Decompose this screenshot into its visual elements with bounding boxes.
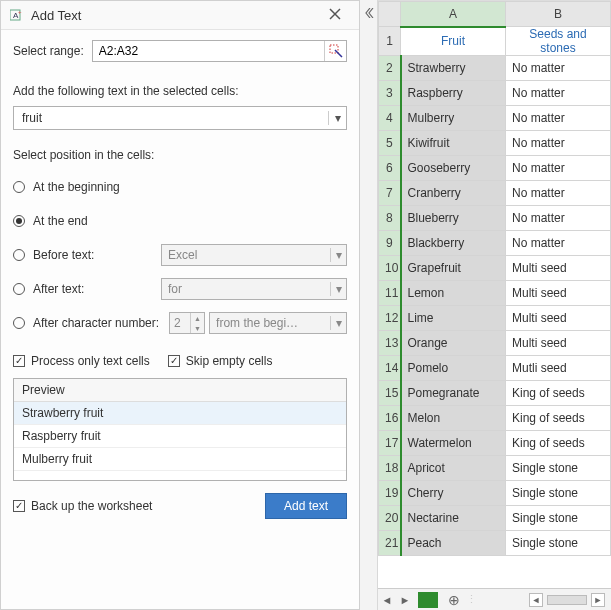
cell[interactable]: Single stone [506, 531, 611, 556]
row-header[interactable]: 8 [379, 206, 401, 231]
cell[interactable]: King of seeds [506, 431, 611, 456]
row-header[interactable]: 18 [379, 456, 401, 481]
cell[interactable]: Single stone [506, 456, 611, 481]
cell[interactable]: No matter [506, 231, 611, 256]
from-direction-select[interactable]: from the begi…▾ [209, 312, 347, 334]
cell[interactable]: Blackberry [401, 231, 506, 256]
radio-after-text[interactable]: After text: for▾ [13, 278, 347, 300]
tab-nav-next[interactable]: ► [396, 594, 414, 606]
cell[interactable]: Mutli seed [506, 356, 611, 381]
preview-row[interactable]: Strawberry fruit [14, 402, 346, 425]
radio-icon[interactable] [13, 249, 25, 261]
radio-icon[interactable] [13, 283, 25, 295]
range-picker-icon[interactable] [324, 41, 346, 61]
cell[interactable]: Multi seed [506, 256, 611, 281]
cell[interactable]: Cranberry [401, 181, 506, 206]
cell[interactable]: Lemon [401, 281, 506, 306]
select-range-input[interactable] [92, 40, 347, 62]
radio-icon[interactable] [13, 215, 25, 227]
cell[interactable]: No matter [506, 106, 611, 131]
row-header[interactable]: 14 [379, 356, 401, 381]
dropdown-icon[interactable]: ▾ [330, 282, 346, 296]
row-header[interactable]: 20 [379, 506, 401, 531]
cell[interactable]: Raspberry [401, 81, 506, 106]
radio-icon[interactable] [13, 181, 25, 193]
cell[interactable]: No matter [506, 56, 611, 81]
radio-before-text[interactable]: Before text: Excel▾ [13, 244, 347, 266]
cell[interactable]: No matter [506, 206, 611, 231]
dropdown-icon[interactable]: ▾ [330, 316, 346, 330]
cell[interactable]: Pomegranate [401, 381, 506, 406]
close-icon[interactable] [329, 8, 343, 22]
cell[interactable]: Blueberry [401, 206, 506, 231]
radio-after-char[interactable]: After character number: 2 ▲▼ from the be… [13, 312, 347, 334]
row-header[interactable]: 13 [379, 331, 401, 356]
radio-at-beginning[interactable]: At the beginning [13, 176, 347, 198]
spinner-down-icon[interactable]: ▼ [191, 323, 204, 333]
row-header[interactable]: 16 [379, 406, 401, 431]
process-text-checkbox[interactable]: Process only text cells [13, 354, 150, 368]
cell[interactable]: Single stone [506, 506, 611, 531]
cell[interactable]: No matter [506, 156, 611, 181]
row-header[interactable]: 10 [379, 256, 401, 281]
row-header[interactable]: 7 [379, 181, 401, 206]
backup-checkbox[interactable]: Back up the worksheet [13, 499, 152, 513]
cell[interactable]: Kiwifruit [401, 131, 506, 156]
row-header[interactable]: 5 [379, 131, 401, 156]
cell[interactable]: Seeds and stones [506, 27, 611, 56]
cell[interactable]: King of seeds [506, 406, 611, 431]
row-header[interactable]: 6 [379, 156, 401, 181]
cell[interactable]: Fruit [401, 27, 506, 56]
cell[interactable]: Grapefruit [401, 256, 506, 281]
row-header[interactable]: 15 [379, 381, 401, 406]
preview-row[interactable]: Mulberry fruit [14, 448, 346, 471]
col-header-b[interactable]: B [506, 2, 611, 27]
row-header[interactable]: 12 [379, 306, 401, 331]
grid[interactable]: AB1FruitSeeds and stones2StrawberryNo ma… [378, 1, 611, 588]
row-header[interactable]: 11 [379, 281, 401, 306]
cell[interactable]: No matter [506, 81, 611, 106]
preview-row[interactable]: Raspberry fruit [14, 425, 346, 448]
cell[interactable]: Apricot [401, 456, 506, 481]
cell[interactable]: No matter [506, 181, 611, 206]
collapse-panel-button[interactable] [360, 0, 378, 610]
cell[interactable]: Melon [401, 406, 506, 431]
skip-empty-checkbox[interactable]: Skip empty cells [168, 354, 273, 368]
cell[interactable]: Orange [401, 331, 506, 356]
row-header[interactable]: 1 [379, 27, 401, 56]
row-header[interactable]: 19 [379, 481, 401, 506]
preview-list[interactable]: Strawberry fruit Raspberry fruit Mulberr… [14, 402, 346, 480]
cell[interactable]: Nectarine [401, 506, 506, 531]
horizontal-scrollbar[interactable] [547, 595, 587, 605]
cell[interactable]: Multi seed [506, 306, 611, 331]
cell[interactable]: Multi seed [506, 331, 611, 356]
radio-icon[interactable] [13, 317, 25, 329]
corner-cell[interactable] [379, 2, 401, 27]
dropdown-icon[interactable]: ▾ [328, 111, 346, 125]
select-range-field[interactable] [93, 41, 324, 61]
row-header[interactable]: 3 [379, 81, 401, 106]
cell[interactable]: Lime [401, 306, 506, 331]
cell[interactable]: Cherry [401, 481, 506, 506]
tab-nav-prev[interactable]: ◄ [378, 594, 396, 606]
scroll-left-button[interactable]: ◄ [529, 593, 543, 607]
cell[interactable]: Mulberry [401, 106, 506, 131]
add-text-input[interactable]: fruit ▾ [13, 106, 347, 130]
cell[interactable]: Single stone [506, 481, 611, 506]
row-header[interactable]: 4 [379, 106, 401, 131]
spinner-up-icon[interactable]: ▲ [191, 313, 204, 323]
add-sheet-button[interactable]: ⊕ [448, 592, 460, 608]
col-header-a[interactable]: A [401, 2, 506, 27]
scroll-right-button[interactable]: ► [591, 593, 605, 607]
after-text-input[interactable]: for▾ [161, 278, 347, 300]
cell[interactable]: No matter [506, 131, 611, 156]
char-number-spinner[interactable]: 2 ▲▼ [169, 312, 205, 334]
row-header[interactable]: 21 [379, 531, 401, 556]
row-header[interactable]: 9 [379, 231, 401, 256]
row-header[interactable]: 17 [379, 431, 401, 456]
cell[interactable]: Peach [401, 531, 506, 556]
cell[interactable]: Gooseberry [401, 156, 506, 181]
cell[interactable]: Strawberry [401, 56, 506, 81]
add-text-button[interactable]: Add text [265, 493, 347, 519]
before-text-input[interactable]: Excel▾ [161, 244, 347, 266]
